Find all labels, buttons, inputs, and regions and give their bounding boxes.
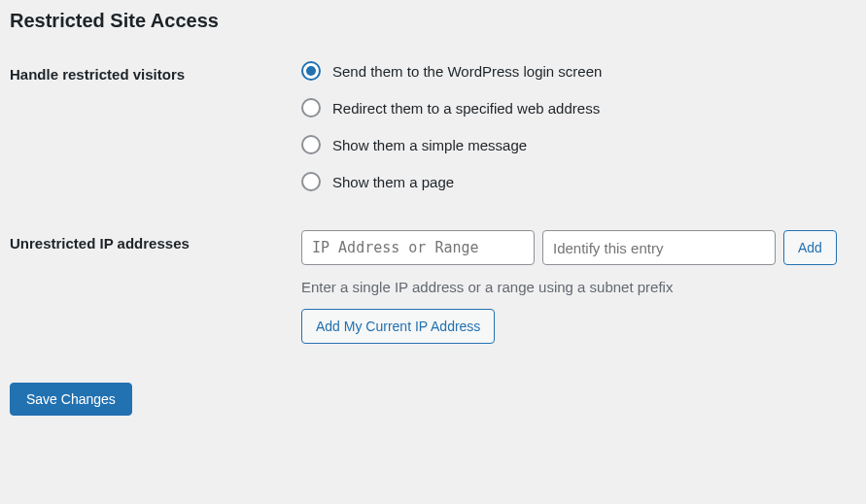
ip-address-input[interactable] <box>301 230 535 265</box>
radio-icon <box>301 61 321 81</box>
handle-restricted-label: Handle restricted visitors <box>10 61 301 83</box>
save-changes-button[interactable]: Save Changes <box>10 383 132 416</box>
radio-label: Show them a page <box>332 174 454 190</box>
radio-option-message[interactable]: Show them a simple message <box>301 135 856 154</box>
radio-label: Redirect them to a specified web address <box>332 100 600 117</box>
unrestricted-ip-label: Unrestricted IP addresses <box>10 230 301 252</box>
radio-label: Send them to the WordPress login screen <box>332 63 602 80</box>
radio-icon <box>301 172 321 191</box>
radio-label: Show them a simple message <box>332 137 527 153</box>
radio-icon <box>301 98 321 118</box>
handle-restricted-radio-group: Send them to the WordPress login screen … <box>301 61 856 191</box>
add-my-ip-button[interactable]: Add My Current IP Address <box>301 309 495 344</box>
add-ip-button[interactable]: Add <box>783 230 837 265</box>
section-heading: Restricted Site Access <box>10 10 856 32</box>
radio-icon <box>301 135 321 154</box>
radio-option-login[interactable]: Send them to the WordPress login screen <box>301 61 856 81</box>
identify-entry-input[interactable] <box>542 230 776 265</box>
radio-option-redirect[interactable]: Redirect them to a specified web address <box>301 98 856 118</box>
ip-description: Enter a single IP address or a range usi… <box>301 279 856 295</box>
radio-option-page[interactable]: Show them a page <box>301 172 856 191</box>
